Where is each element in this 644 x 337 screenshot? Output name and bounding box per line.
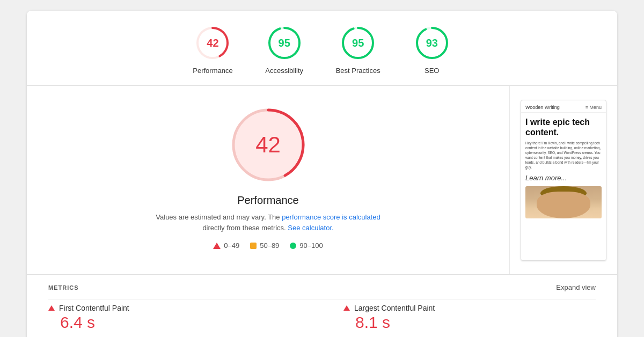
preview-cta: Learn more...: [525, 174, 602, 182]
left-panel: 42 Performance Values are estimated and …: [27, 86, 510, 274]
legend-item-green: 90–100: [290, 241, 323, 250]
preview-menu: ≡ Menu: [586, 105, 602, 110]
gauge-wrap: 42: [225, 102, 311, 188]
legend: 0–4950–8990–100: [213, 241, 323, 250]
right-panel: Wooden Writing ≡ Menu I write epic tech …: [510, 86, 617, 274]
main-card: 42 Performance 95 Accessibility 95 Best …: [27, 11, 617, 337]
score-label-accessibility: Accessibility: [265, 67, 303, 75]
metric-name-row-lcp: Largest Contentful Paint: [343, 304, 596, 312]
legend-range-red: 0–49: [224, 241, 239, 250]
preview-text: Hey there! I'm Kevin, and I write compel…: [525, 141, 602, 170]
metric-value-fcp: 6.4 s: [60, 313, 322, 332]
main-section: 42 Performance Values are estimated and …: [27, 86, 617, 274]
gauge-container: 42 Performance Values are estimated and …: [48, 102, 488, 250]
metric-name-lcp: Largest Contentful Paint: [354, 304, 435, 312]
metrics-section: METRICS Expand view First Contentful Pai…: [27, 274, 617, 337]
preview-header: Wooden Writing ≡ Menu: [521, 100, 606, 113]
scores-row: 42 Performance 95 Accessibility 95 Best …: [27, 24, 617, 75]
preview-card: Wooden Writing ≡ Menu I write epic tech …: [521, 100, 606, 261]
score-label-performance: Performance: [193, 67, 232, 75]
score-number-best-practices: 95: [352, 37, 364, 49]
metric-name-row-fcp: First Contentful Paint: [48, 304, 322, 312]
legend-dot-orange: [250, 243, 257, 249]
metric-icon-lcp: [343, 305, 350, 311]
score-number-seo: 93: [426, 37, 438, 49]
legend-dot-green: [290, 243, 296, 249]
metric-name-fcp: First Contentful Paint: [59, 304, 129, 312]
score-label-seo: SEO: [425, 67, 439, 75]
metric-item-lcp: Largest Contentful Paint 8.1 s: [322, 299, 596, 336]
score-circle-accessibility: 95: [265, 24, 304, 62]
gauge-desc: Values are estimated and may vary. The p…: [156, 212, 381, 233]
metrics-header: METRICS Expand view: [48, 283, 596, 291]
score-circle-performance: 42: [193, 24, 232, 62]
gauge-score: 42: [255, 132, 281, 158]
metrics-title: METRICS: [48, 284, 79, 291]
face-forehead: [537, 192, 590, 218]
metrics-grid: First Contentful Paint 6.4 s Largest Con…: [48, 299, 596, 336]
expand-view-button[interactable]: Expand view: [556, 283, 596, 291]
score-item-performance: 42 Performance: [193, 24, 232, 75]
score-item-best-practices: 95 Best Practices: [336, 24, 380, 75]
legend-item-orange: 50–89: [250, 241, 279, 250]
calc-link[interactable]: See calculator.: [288, 224, 333, 232]
metric-item-fcp: First Contentful Paint 6.4 s: [48, 299, 322, 336]
preview-body: I write epic tech content. Hey there! I'…: [521, 113, 606, 223]
score-circle-best-practices: 95: [339, 24, 377, 62]
gauge-label: Performance: [237, 194, 299, 207]
score-item-accessibility: 95 Accessibility: [265, 24, 304, 75]
legend-range-orange: 50–89: [260, 241, 279, 250]
score-item-seo: 93 SEO: [413, 24, 451, 75]
score-number-performance: 42: [207, 37, 218, 49]
metric-icon-fcp: [48, 305, 55, 311]
legend-dot-red: [213, 243, 221, 249]
legend-range-green: 90–100: [299, 241, 323, 250]
preview-face-image: [525, 186, 602, 218]
gauge-desc-before: Values are estimated and may vary. The: [156, 213, 282, 221]
scores-section: 42 Performance 95 Accessibility 95 Best …: [27, 11, 617, 86]
preview-site-name: Wooden Writing: [525, 105, 560, 110]
gauge-desc-mid: directly from these metrics.: [202, 224, 288, 232]
preview-headline: I write epic tech content.: [525, 117, 602, 137]
metric-value-lcp: 8.1 s: [355, 313, 596, 332]
score-number-accessibility: 95: [279, 37, 290, 49]
score-circle-seo: 93: [413, 24, 451, 62]
legend-item-red: 0–49: [213, 241, 239, 250]
perf-score-link[interactable]: performance score is calculated: [282, 213, 380, 221]
score-label-best-practices: Best Practices: [336, 67, 380, 75]
